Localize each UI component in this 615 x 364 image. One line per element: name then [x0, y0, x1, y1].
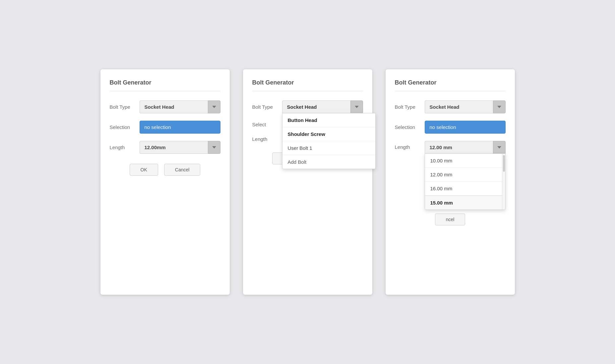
menu-item-user-bolt-1[interactable]: User Bolt 1: [282, 141, 375, 155]
selection-value-1[interactable]: no selection: [140, 121, 220, 134]
length-menu-items-3: 10.00 mm 12.00 mm 16.00 mm 15.00 mm: [425, 154, 502, 210]
cancel-button-3[interactable]: ncel: [435, 213, 465, 225]
selection-row-3: Selection no selection: [395, 121, 506, 134]
length-item-12mm[interactable]: 12.00 mm: [425, 168, 502, 182]
selection-label-1: Selection: [110, 124, 140, 130]
bolt-type-row-2: Bolt Type Socket Head Button Head Should…: [252, 100, 363, 113]
selection-row-1: Selection no selection: [110, 121, 220, 134]
length-item-16mm[interactable]: 16.00 mm: [425, 182, 502, 196]
panel-3-title: Bolt Generator: [395, 79, 506, 91]
length-value-1[interactable]: 12.00mm: [140, 141, 208, 154]
selection-label-3: Selection: [395, 124, 425, 130]
scrollbar-track-3: [502, 154, 505, 210]
bolt-type-value-1[interactable]: Socket Head: [140, 100, 208, 113]
bolt-type-arrow-2[interactable]: [350, 100, 363, 113]
length-item-10mm[interactable]: 10.00 mm: [425, 154, 502, 168]
panel-2-title: Bolt Generator: [252, 79, 363, 91]
bolt-type-dropdown-3[interactable]: Socket Head: [425, 100, 506, 113]
select-label-2: Select: [252, 122, 282, 127]
bolt-type-dropdown-2[interactable]: Socket Head Button Head Shoulder Screw U…: [282, 100, 363, 113]
bolt-type-menu-2: Button Head Shoulder Screw User Bolt 1 A…: [282, 113, 376, 169]
bolt-type-value-3[interactable]: Socket Head: [425, 100, 493, 113]
length-value-3[interactable]: 12.00 mm: [425, 141, 493, 154]
bolt-type-arrow-3[interactable]: [493, 100, 506, 113]
length-arrow-1[interactable]: [208, 141, 220, 154]
bolt-type-label-2: Bolt Type: [252, 104, 282, 110]
bolt-type-row-3: Bolt Type Socket Head: [395, 100, 506, 113]
length-label-3: Length: [395, 141, 425, 150]
length-row-1: Length 12.00mm: [110, 141, 220, 154]
panel-1-title: Bolt Generator: [110, 79, 220, 91]
bolt-type-dropdown-1[interactable]: Socket Head: [140, 100, 220, 113]
menu-item-shoulder-screw[interactable]: Shoulder Screw: [282, 127, 375, 141]
panel-3: Bolt Generator Bolt Type Socket Head Sel…: [386, 69, 515, 295]
length-dropdown-3[interactable]: 12.00 mm 10.00 mm 12.00 mm 16.00 mm 15.0…: [425, 141, 506, 154]
length-dropdown-1[interactable]: 12.00mm: [140, 141, 220, 154]
panels-container: Bolt Generator Bolt Type Socket Head Sel…: [87, 49, 528, 315]
arrow-down-icon-length-1: [212, 146, 216, 149]
buttons-row-1: OK Cancel: [110, 164, 220, 176]
bolt-type-label-1: Bolt Type: [110, 104, 140, 110]
bolt-type-arrow-1[interactable]: [208, 100, 220, 113]
panel-1: Bolt Generator Bolt Type Socket Head Sel…: [100, 69, 230, 295]
cancel-button-1[interactable]: Cancel: [164, 164, 201, 176]
bolt-type-label-3: Bolt Type: [395, 104, 425, 110]
scrollbar-thumb-3: [503, 155, 505, 172]
arrow-down-icon-3: [497, 106, 501, 108]
length-label-2: Length: [252, 136, 282, 142]
panel-2: Bolt Generator Bolt Type Socket Head But…: [243, 69, 372, 295]
menu-item-button-head[interactable]: Button Head: [282, 113, 375, 127]
bolt-type-value-2[interactable]: Socket Head: [282, 100, 350, 113]
ok-button-1[interactable]: OK: [130, 164, 158, 176]
length-item-15mm[interactable]: 15.00 mm: [425, 196, 502, 210]
menu-item-add-bolt[interactable]: Add Bolt: [282, 155, 375, 169]
arrow-down-icon-1: [212, 106, 216, 108]
bolt-type-row-1: Bolt Type Socket Head: [110, 100, 220, 113]
length-menu-3: 10.00 mm 12.00 mm 16.00 mm 15.00 mm: [425, 153, 506, 210]
arrow-down-icon-length-3: [497, 146, 501, 149]
length-row-3: Length 12.00 mm 10.00 mm 12.00 mm 16.00 …: [395, 141, 506, 154]
buttons-row-3: ncel: [395, 213, 506, 225]
selection-value-3[interactable]: no selection: [425, 121, 506, 134]
arrow-down-icon-2: [355, 106, 359, 108]
length-arrow-3[interactable]: [493, 141, 506, 154]
length-label-1: Length: [110, 145, 140, 150]
